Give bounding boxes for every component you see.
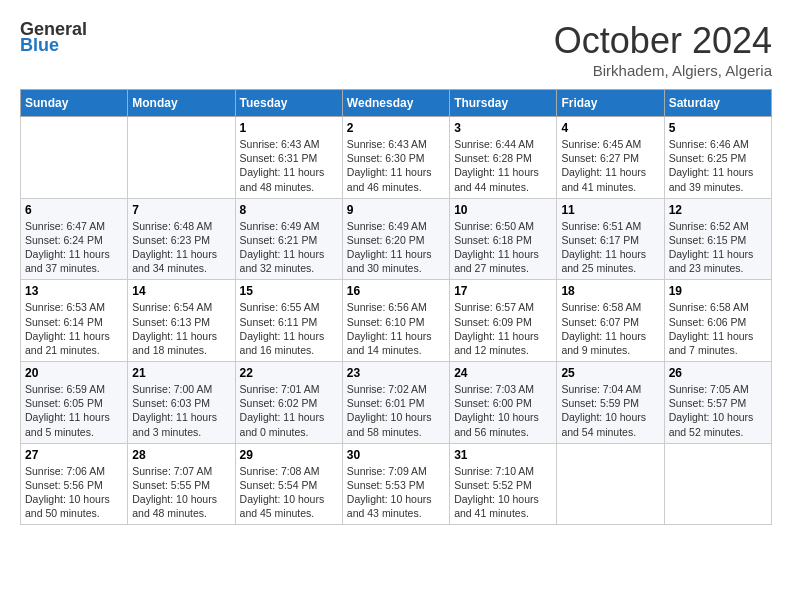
day-info: Sunrise: 6:48 AM Sunset: 6:23 PM Dayligh… (132, 219, 230, 276)
day-info: Sunrise: 6:58 AM Sunset: 6:07 PM Dayligh… (561, 300, 659, 357)
day-info: Sunrise: 6:52 AM Sunset: 6:15 PM Dayligh… (669, 219, 767, 276)
day-info: Sunrise: 7:05 AM Sunset: 5:57 PM Dayligh… (669, 382, 767, 439)
day-info: Sunrise: 7:01 AM Sunset: 6:02 PM Dayligh… (240, 382, 338, 439)
day-cell: 30Sunrise: 7:09 AM Sunset: 5:53 PM Dayli… (342, 443, 449, 525)
month-title: October 2024 (554, 20, 772, 62)
day-cell (128, 117, 235, 199)
day-number: 10 (454, 203, 552, 217)
week-row-1: 1Sunrise: 6:43 AM Sunset: 6:31 PM Daylig… (21, 117, 772, 199)
day-number: 12 (669, 203, 767, 217)
day-info: Sunrise: 6:57 AM Sunset: 6:09 PM Dayligh… (454, 300, 552, 357)
day-number: 17 (454, 284, 552, 298)
day-info: Sunrise: 6:55 AM Sunset: 6:11 PM Dayligh… (240, 300, 338, 357)
day-cell: 1Sunrise: 6:43 AM Sunset: 6:31 PM Daylig… (235, 117, 342, 199)
title-area: October 2024 Birkhadem, Algiers, Algeria (554, 20, 772, 79)
day-number: 5 (669, 121, 767, 135)
day-cell: 9Sunrise: 6:49 AM Sunset: 6:20 PM Daylig… (342, 198, 449, 280)
day-cell (664, 443, 771, 525)
day-number: 7 (132, 203, 230, 217)
day-cell: 20Sunrise: 6:59 AM Sunset: 6:05 PM Dayli… (21, 362, 128, 444)
day-number: 22 (240, 366, 338, 380)
day-cell: 13Sunrise: 6:53 AM Sunset: 6:14 PM Dayli… (21, 280, 128, 362)
day-cell: 31Sunrise: 7:10 AM Sunset: 5:52 PM Dayli… (450, 443, 557, 525)
day-cell: 18Sunrise: 6:58 AM Sunset: 6:07 PM Dayli… (557, 280, 664, 362)
day-info: Sunrise: 6:56 AM Sunset: 6:10 PM Dayligh… (347, 300, 445, 357)
day-cell (21, 117, 128, 199)
day-number: 3 (454, 121, 552, 135)
day-number: 16 (347, 284, 445, 298)
day-info: Sunrise: 6:49 AM Sunset: 6:21 PM Dayligh… (240, 219, 338, 276)
day-number: 15 (240, 284, 338, 298)
day-info: Sunrise: 6:50 AM Sunset: 6:18 PM Dayligh… (454, 219, 552, 276)
day-info: Sunrise: 6:45 AM Sunset: 6:27 PM Dayligh… (561, 137, 659, 194)
day-info: Sunrise: 6:43 AM Sunset: 6:31 PM Dayligh… (240, 137, 338, 194)
day-info: Sunrise: 7:04 AM Sunset: 5:59 PM Dayligh… (561, 382, 659, 439)
day-number: 24 (454, 366, 552, 380)
day-number: 9 (347, 203, 445, 217)
day-info: Sunrise: 6:54 AM Sunset: 6:13 PM Dayligh… (132, 300, 230, 357)
logo: General Blue (20, 20, 87, 56)
week-row-5: 27Sunrise: 7:06 AM Sunset: 5:56 PM Dayli… (21, 443, 772, 525)
week-row-4: 20Sunrise: 6:59 AM Sunset: 6:05 PM Dayli… (21, 362, 772, 444)
day-info: Sunrise: 6:46 AM Sunset: 6:25 PM Dayligh… (669, 137, 767, 194)
day-cell: 19Sunrise: 6:58 AM Sunset: 6:06 PM Dayli… (664, 280, 771, 362)
day-info: Sunrise: 7:09 AM Sunset: 5:53 PM Dayligh… (347, 464, 445, 521)
day-info: Sunrise: 6:59 AM Sunset: 6:05 PM Dayligh… (25, 382, 123, 439)
day-cell: 26Sunrise: 7:05 AM Sunset: 5:57 PM Dayli… (664, 362, 771, 444)
day-cell (557, 443, 664, 525)
day-number: 4 (561, 121, 659, 135)
col-header-monday: Monday (128, 90, 235, 117)
day-cell: 8Sunrise: 6:49 AM Sunset: 6:21 PM Daylig… (235, 198, 342, 280)
day-cell: 11Sunrise: 6:51 AM Sunset: 6:17 PM Dayli… (557, 198, 664, 280)
day-number: 20 (25, 366, 123, 380)
day-info: Sunrise: 7:07 AM Sunset: 5:55 PM Dayligh… (132, 464, 230, 521)
day-cell: 16Sunrise: 6:56 AM Sunset: 6:10 PM Dayli… (342, 280, 449, 362)
day-info: Sunrise: 6:49 AM Sunset: 6:20 PM Dayligh… (347, 219, 445, 276)
day-info: Sunrise: 7:06 AM Sunset: 5:56 PM Dayligh… (25, 464, 123, 521)
day-number: 28 (132, 448, 230, 462)
day-cell: 28Sunrise: 7:07 AM Sunset: 5:55 PM Dayli… (128, 443, 235, 525)
day-info: Sunrise: 7:03 AM Sunset: 6:00 PM Dayligh… (454, 382, 552, 439)
col-header-saturday: Saturday (664, 90, 771, 117)
page-header: General Blue October 2024 Birkhadem, Alg… (20, 20, 772, 79)
day-cell: 5Sunrise: 6:46 AM Sunset: 6:25 PM Daylig… (664, 117, 771, 199)
day-info: Sunrise: 6:47 AM Sunset: 6:24 PM Dayligh… (25, 219, 123, 276)
day-cell: 17Sunrise: 6:57 AM Sunset: 6:09 PM Dayli… (450, 280, 557, 362)
header-row: SundayMondayTuesdayWednesdayThursdayFrid… (21, 90, 772, 117)
day-number: 26 (669, 366, 767, 380)
day-info: Sunrise: 7:10 AM Sunset: 5:52 PM Dayligh… (454, 464, 552, 521)
day-cell: 24Sunrise: 7:03 AM Sunset: 6:00 PM Dayli… (450, 362, 557, 444)
day-number: 6 (25, 203, 123, 217)
day-number: 27 (25, 448, 123, 462)
day-number: 18 (561, 284, 659, 298)
day-info: Sunrise: 6:53 AM Sunset: 6:14 PM Dayligh… (25, 300, 123, 357)
calendar-table: SundayMondayTuesdayWednesdayThursdayFrid… (20, 89, 772, 525)
day-cell: 23Sunrise: 7:02 AM Sunset: 6:01 PM Dayli… (342, 362, 449, 444)
day-number: 14 (132, 284, 230, 298)
day-info: Sunrise: 6:43 AM Sunset: 6:30 PM Dayligh… (347, 137, 445, 194)
day-number: 31 (454, 448, 552, 462)
col-header-sunday: Sunday (21, 90, 128, 117)
day-number: 30 (347, 448, 445, 462)
day-cell: 15Sunrise: 6:55 AM Sunset: 6:11 PM Dayli… (235, 280, 342, 362)
week-row-3: 13Sunrise: 6:53 AM Sunset: 6:14 PM Dayli… (21, 280, 772, 362)
day-number: 25 (561, 366, 659, 380)
day-cell: 21Sunrise: 7:00 AM Sunset: 6:03 PM Dayli… (128, 362, 235, 444)
logo-blue-text: Blue (20, 36, 87, 56)
day-number: 19 (669, 284, 767, 298)
day-number: 13 (25, 284, 123, 298)
day-cell: 7Sunrise: 6:48 AM Sunset: 6:23 PM Daylig… (128, 198, 235, 280)
day-info: Sunrise: 7:08 AM Sunset: 5:54 PM Dayligh… (240, 464, 338, 521)
day-cell: 22Sunrise: 7:01 AM Sunset: 6:02 PM Dayli… (235, 362, 342, 444)
day-cell: 27Sunrise: 7:06 AM Sunset: 5:56 PM Dayli… (21, 443, 128, 525)
day-info: Sunrise: 6:51 AM Sunset: 6:17 PM Dayligh… (561, 219, 659, 276)
day-number: 2 (347, 121, 445, 135)
col-header-thursday: Thursday (450, 90, 557, 117)
day-cell: 29Sunrise: 7:08 AM Sunset: 5:54 PM Dayli… (235, 443, 342, 525)
day-cell: 25Sunrise: 7:04 AM Sunset: 5:59 PM Dayli… (557, 362, 664, 444)
day-cell: 14Sunrise: 6:54 AM Sunset: 6:13 PM Dayli… (128, 280, 235, 362)
day-cell: 10Sunrise: 6:50 AM Sunset: 6:18 PM Dayli… (450, 198, 557, 280)
day-cell: 4Sunrise: 6:45 AM Sunset: 6:27 PM Daylig… (557, 117, 664, 199)
day-info: Sunrise: 6:58 AM Sunset: 6:06 PM Dayligh… (669, 300, 767, 357)
day-number: 8 (240, 203, 338, 217)
